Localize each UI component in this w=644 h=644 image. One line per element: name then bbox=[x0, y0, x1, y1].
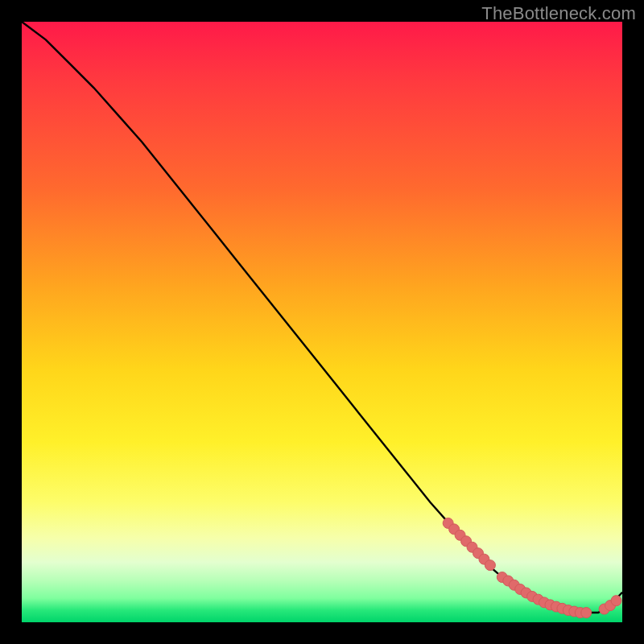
chart-stage: TheBottleneck.com bbox=[0, 0, 644, 644]
gradient-plot-area bbox=[22, 22, 622, 622]
data-dot bbox=[581, 608, 592, 618]
curve-svg bbox=[22, 22, 622, 622]
data-dots-group bbox=[443, 518, 621, 617]
data-dot bbox=[485, 560, 495, 571]
data-dot bbox=[611, 596, 621, 606]
main-curve bbox=[22, 22, 622, 613]
